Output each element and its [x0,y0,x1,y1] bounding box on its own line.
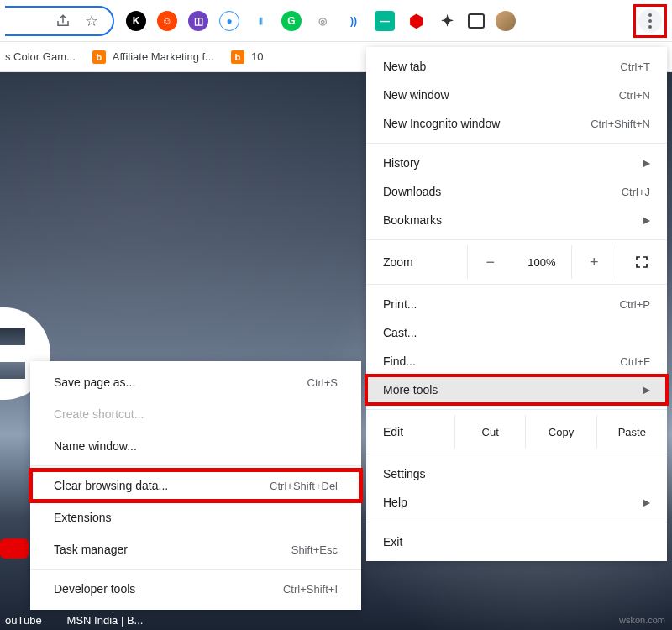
ext-icon[interactable]: ⬢ [406,11,426,31]
paste-button[interactable]: Paste [596,415,667,449]
menu-new-incognito[interactable]: New Incognito window Ctrl+Shift+N [366,109,667,138]
submenu-shortcut: Shift+Esc [291,543,338,556]
menu-label: New window [383,88,619,102]
menu-label: Help [383,496,636,509]
menu-shortcut: Ctrl+Shift+N [591,118,650,130]
bookmark-item[interactable]: b 10 [231,50,263,64]
profile-avatar[interactable] [496,11,516,31]
submenu-separator [30,465,361,466]
extensions-icon[interactable]: ✦ [437,11,457,31]
youtube-icon[interactable] [0,538,29,559]
menu-shortcut: Ctrl+J [622,186,650,198]
submenu-label: Save page as... [54,375,307,389]
menu-find[interactable]: Find... Ctrl+F [366,347,667,375]
ext-icon[interactable]: G [281,11,302,31]
submenu-shortcut: Ctrl+S [307,376,338,389]
watermark: wskon.com [619,615,665,625]
menu-exit[interactable]: Exit [366,528,667,556]
submenu-label: Task manager [54,543,291,556]
menu-label: Downloads [383,185,622,198]
submenu-create-shortcut: Create shortcut... [30,398,361,430]
menu-bookmarks[interactable]: Bookmarks ▶ [366,206,667,234]
menu-shortcut: Ctrl+P [620,298,650,311]
menu-more-tools[interactable]: More tools ▶ [366,375,667,404]
submenu-extensions[interactable]: Extensions [30,501,361,533]
menu-edit-row: Edit Cut Copy Paste [366,415,667,449]
chevron-right-icon: ▶ [643,496,650,508]
menu-print[interactable]: Print... Ctrl+P [366,290,667,318]
address-bar-end[interactable]: ☆ [5,6,114,36]
menu-separator [366,409,667,410]
chrome-menu: New tab Ctrl+T New window Ctrl+N New Inc… [366,47,667,561]
bookmark-label: 10 [251,50,263,63]
bookmark-label: s Color Gam... [5,50,76,63]
shortcut-label[interactable]: ouTube [5,614,42,627]
bookmark-favicon: b [92,50,106,64]
chevron-right-icon: ▶ [643,157,650,169]
copy-button[interactable]: Copy [525,415,596,449]
submenu-save-page[interactable]: Save page as... Ctrl+S [30,366,361,398]
menu-shortcut: Ctrl+N [619,89,650,102]
menu-label: New Incognito window [383,117,591,130]
bookmark-item[interactable]: b Affiliate Marketing f... [92,50,214,64]
menu-label: Find... [383,354,620,368]
menu-label: Settings [383,467,650,480]
menu-help[interactable]: Help ▶ [366,488,667,517]
menu-separator [366,284,667,285]
submenu-label: Create shortcut... [54,407,338,421]
submenu-clear-browsing-data[interactable]: Clear browsing data... Ctrl+Shift+Del [30,470,361,501]
submenu-task-manager[interactable]: Task manager Shift+Esc [30,533,361,565]
zoom-value: 100% [512,256,570,269]
ext-icon[interactable]: ◎ [312,11,333,31]
menu-label: Exit [383,535,650,549]
fullscreen-button[interactable] [617,245,667,279]
ext-icon[interactable]: — [375,11,395,31]
menu-shortcut: Ctrl+F [620,355,650,368]
menu-label: New tab [383,60,620,73]
cut-button[interactable]: Cut [454,415,525,449]
submenu-label: Developer tools [54,582,283,596]
menu-cast[interactable]: Cast... [366,318,667,347]
ext-icon[interactable]: ● [219,11,239,31]
chevron-right-icon: ▶ [643,384,650,396]
menu-label: Cast... [383,326,650,339]
submenu-label: Name window... [54,439,338,453]
ext-icon[interactable]: ⦀ [250,11,270,31]
chrome-menu-button[interactable] [638,9,662,33]
submenu-shortcut: Ctrl+Shift+I [283,583,338,596]
bookmark-item[interactable]: s Color Gam... [5,50,76,63]
browser-toolbar: ☆ K ☺ ◫ ● ⦀ G ◎ )) — ⬢ ✦ [0,0,672,42]
ext-icon[interactable]: ◫ [188,11,208,31]
ext-icon[interactable]: K [126,11,146,31]
menu-new-tab[interactable]: New tab Ctrl+T [366,52,667,81]
share-icon[interactable] [54,12,72,30]
ext-icon[interactable]: )) [344,11,364,31]
side-panel-icon[interactable] [468,13,485,29]
submenu-label: Clear browsing data... [54,479,270,492]
menu-label: History [383,156,636,170]
extension-icons: K ☺ ◫ ● ⦀ G ◎ )) — ⬢ ✦ [126,11,622,31]
submenu-label: Extensions [54,511,338,524]
chevron-right-icon: ▶ [643,214,650,226]
shortcut-label[interactable]: MSN India | B... [67,614,144,627]
menu-history[interactable]: History ▶ [366,149,667,177]
menu-settings[interactable]: Settings [366,459,667,488]
menu-label: Bookmarks [383,213,636,227]
menu-label: Print... [383,297,620,311]
menu-separator [366,143,667,144]
star-icon[interactable]: ☆ [82,12,101,30]
menu-new-window[interactable]: New window Ctrl+N [366,81,667,109]
submenu-name-window[interactable]: Name window... [30,430,361,462]
ext-icon[interactable]: ☺ [157,11,177,31]
menu-label: More tools [383,383,636,396]
menu-downloads[interactable]: Downloads Ctrl+J [366,177,667,206]
submenu-developer-tools[interactable]: Developer tools Ctrl+Shift+I [30,573,361,605]
submenu-separator [30,569,361,570]
zoom-out-button[interactable]: − [467,245,512,279]
menu-label: Zoom [366,255,467,269]
submenu-shortcut: Ctrl+Shift+Del [270,480,338,492]
chrome-menu-button-highlight [633,4,667,38]
menu-shortcut: Ctrl+T [620,60,650,73]
zoom-in-button[interactable]: + [571,245,617,279]
bookmark-label: Affiliate Marketing f... [113,50,214,63]
